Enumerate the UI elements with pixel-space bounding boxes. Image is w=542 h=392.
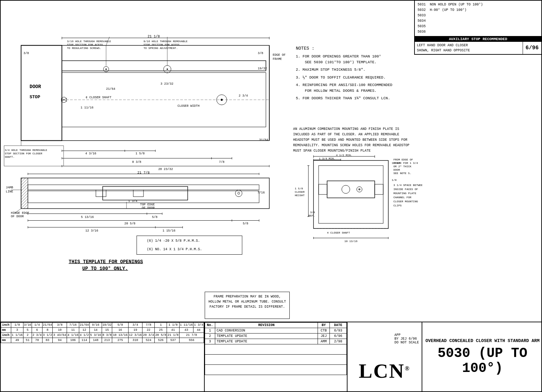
model-number-list: 503150325033503450355036 bbox=[418, 2, 426, 35]
svg-rect-116 bbox=[327, 181, 375, 198]
svg-text:9/16  HOLE THROUGH REMOVABLE: 9/16 HOLE THROUGH REMOVABLE bbox=[143, 40, 188, 43]
svg-text:STOP SECTION FOR CLOSER: STOP SECTION FOR CLOSER bbox=[5, 152, 43, 155]
svg-text:REF.: REF. bbox=[308, 214, 315, 217]
svg-text:5/8: 5/8 bbox=[243, 222, 248, 225]
description-text: AN ALUMINUM COMBINATION MOUNTING AND FIN… bbox=[293, 126, 414, 154]
svg-text:TO SPRING ADJUSTMENT.: TO SPRING ADJUSTMENT. bbox=[143, 47, 178, 50]
svg-text:3/4  HOLE THROUGH REMOVABLE: 3/4 HOLE THROUGH REMOVABLE bbox=[5, 149, 47, 152]
svg-text:3  23/32: 3 23/32 bbox=[160, 82, 173, 86]
svg-text:21  1/8: 21 1/8 bbox=[148, 35, 160, 38]
svg-rect-69 bbox=[28, 185, 259, 190]
lcn-logo-area: APP BY JEJ 6/96 DO NOT SCALE LCN® bbox=[348, 322, 422, 392]
hold-open-notes: NON HOLD OPEN (UP TO 100°) H-90° (UP TO … bbox=[430, 2, 483, 35]
svg-text:7/8: 7/8 bbox=[219, 160, 224, 164]
svg-text:¢ CLOSER SHAFT: ¢ CLOSER SHAFT bbox=[327, 231, 350, 234]
svg-point-119 bbox=[358, 188, 360, 190]
svg-text:4 1/2 MIN.: 4 1/2 MIN. bbox=[336, 154, 352, 157]
revision-table: No. REVISION BY DATE 1 CAD CONVERSION CT… bbox=[205, 322, 347, 375]
top-right-info-box: 503150325033503450355036 NON HOLD OPEN (… bbox=[414, 1, 541, 55]
svg-point-14 bbox=[167, 69, 168, 70]
svg-text:1 11/16: 1 11/16 bbox=[81, 106, 94, 109]
dim-table: inch 1/8 3/16 1/4 21/64 3/8 7/16 21/64 9… bbox=[1, 322, 204, 343]
svg-text:SEE NOTE 5.: SEE NOTE 5. bbox=[393, 172, 411, 175]
template-title-1: THIS TEMPLATE FOR OPENINGS bbox=[69, 259, 143, 265]
app-info: APP BY JEJ 6/96 DO NOT SCALE bbox=[394, 333, 419, 344]
svg-text:JAMB: JAMB bbox=[6, 186, 13, 189]
svg-text:7/16: 7/16 bbox=[257, 191, 265, 194]
product-title-area: OVERHEAD CONCEALED CLOSER WITH STANDARD … bbox=[422, 322, 542, 392]
svg-point-16 bbox=[221, 99, 223, 101]
svg-text:CLOSER MOUNTING: CLOSER MOUNTING bbox=[393, 200, 418, 203]
svg-text:19/32: 19/32 bbox=[258, 67, 267, 70]
svg-text:STOP SECTION FOR ACESS: STOP SECTION FOR ACESS bbox=[143, 43, 180, 46]
svg-text:3/4: 3/4 bbox=[310, 211, 315, 214]
svg-rect-115 bbox=[319, 166, 383, 223]
svg-text:DOOR: DOOR bbox=[30, 84, 41, 89]
main-container: 503150325033503450355036 NON HOLD OPEN (… bbox=[0, 0, 542, 392]
note-5: 5. FOR DOORS THICKER THAN 1¾″ CONSULT LC… bbox=[296, 96, 416, 101]
svg-text:31/64: 31/64 bbox=[259, 138, 268, 142]
dimension-table-area: inch 1/8 3/16 1/4 21/64 3/8 7/16 21/64 9… bbox=[1, 322, 205, 392]
svg-text:CLOSER WIDTH: CLOSER WIDTH bbox=[177, 104, 200, 108]
svg-text:STOP SECTION FOR ACESS: STOP SECTION FOR ACESS bbox=[67, 43, 103, 46]
svg-rect-121 bbox=[375, 184, 383, 194]
svg-text:INSIDE FACES OF: INSIDE FACES OF bbox=[393, 188, 418, 191]
svg-text:3 1/4 SPACE BETWEEN: 3 1/4 SPACE BETWEEN bbox=[393, 184, 422, 187]
svg-text:5/8: 5/8 bbox=[152, 216, 157, 219]
svg-text:HINGE EDGE: HINGE EDGE bbox=[11, 211, 29, 215]
bottom-title-block: inch 1/8 3/16 1/4 21/64 3/8 7/16 21/64 9… bbox=[1, 322, 542, 391]
notes-header: NOTES : bbox=[296, 46, 416, 51]
svg-point-12 bbox=[105, 69, 107, 70]
svg-text:1  5/8: 1 5/8 bbox=[135, 152, 145, 155]
aux-stop-label: AUXILIARY STOP RECOMMENDED bbox=[415, 36, 541, 42]
frame-prep-box: FRAME PREPARATION MAY BE IN WOOD, HOLLOW… bbox=[205, 292, 290, 319]
svg-text:STOP: STOP bbox=[30, 95, 40, 100]
svg-text:1 3/4 MIN.: 1 3/4 MIN. bbox=[319, 157, 335, 160]
svg-text:12  3/16: 12 3/16 bbox=[85, 229, 98, 233]
svg-rect-4 bbox=[21, 46, 62, 141]
svg-text:OR 2" THICK: OR 2" THICK bbox=[393, 165, 411, 168]
svg-text:1  15/16: 1 15/16 bbox=[163, 229, 175, 233]
revision-row: 3 TEMPLATE UPDATE AMM 2/98 bbox=[205, 339, 347, 344]
product-name: OVERHEAD CONCEALED CLOSER WITH STANDARD … bbox=[425, 338, 539, 343]
svg-text:SHAFT.: SHAFT. bbox=[5, 155, 15, 158]
svg-text:2  3/4: 2 3/4 bbox=[239, 94, 248, 98]
revision-table-area: No. REVISION BY DATE 1 CAD CONVERSION CT… bbox=[205, 322, 348, 392]
svg-text:5  13/16: 5 13/16 bbox=[81, 216, 94, 219]
svg-point-73 bbox=[238, 192, 240, 194]
hand-info-text: LEFT HAND DOOR AND CLOSER SHOWN, RIGHT H… bbox=[415, 42, 472, 54]
revision-row: 1 CAD CONVERSION CTB 6/93 bbox=[205, 328, 347, 334]
note-3: 3. ⅓″ DOOR TO SOFFIT CLEARANCE REQUIRED. bbox=[296, 75, 416, 81]
template-title-2: UP TO 100° ONLY. bbox=[82, 266, 128, 271]
svg-text:FROM EDGE OF: FROM EDGE OF bbox=[393, 158, 413, 161]
svg-text:1  3/4: 1 3/4 bbox=[128, 200, 137, 203]
svg-text:10 13/16: 10 13/16 bbox=[344, 240, 358, 243]
svg-text:21/64: 21/64 bbox=[106, 87, 115, 91]
model-numbers: 503150325033503450355036 NON HOLD OPEN (… bbox=[415, 1, 541, 36]
svg-text:CHANNEL FOR: CHANNEL FOR bbox=[393, 196, 411, 199]
note-2: 2. MAXIMUM STOP THICKNESS 5⁄8″. bbox=[296, 67, 416, 73]
svg-rect-74 bbox=[21, 178, 28, 209]
svg-text:OF DOOR: OF DOOR bbox=[142, 206, 155, 210]
svg-text:DOOR: DOOR bbox=[393, 168, 400, 171]
svg-text:FRAME: FRAME bbox=[273, 57, 282, 61]
svg-text:3/16  HOLE THROUGH REMOVABLE: 3/16 HOLE THROUGH REMOVABLE bbox=[67, 40, 111, 43]
svg-text:TO REGULATING SCREWS.: TO REGULATING SCREWS. bbox=[67, 47, 101, 50]
svg-text:OF DOOR: OF DOOR bbox=[11, 215, 24, 218]
svg-text:3/8: 3/8 bbox=[23, 52, 29, 55]
svg-text:¢ CLOSER SHAFT: ¢ CLOSER SHAFT bbox=[86, 96, 112, 99]
svg-text:8  3/8: 8 3/8 bbox=[132, 160, 141, 164]
svg-text:MOUNTING PLATE: MOUNTING PLATE bbox=[393, 192, 416, 195]
svg-text:3/8: 3/8 bbox=[258, 52, 263, 55]
svg-text:HEIGHT: HEIGHT bbox=[295, 194, 305, 197]
model-number-large: 5030 (UP TO 100°) bbox=[425, 346, 540, 376]
svg-rect-7 bbox=[62, 61, 266, 71]
svg-point-117 bbox=[342, 185, 350, 193]
svg-rect-0 bbox=[21, 46, 269, 141]
note-1: 1. FOR DOOR OPENINGS GREATER THAN 100° S… bbox=[296, 54, 416, 65]
svg-text:1 5/8: 1 5/8 bbox=[295, 187, 303, 190]
notes-section: NOTES : 1. FOR DOOR OPENINGS GREATER THA… bbox=[293, 43, 419, 106]
revision-row: 2 TEMPLATE UPDATE JEJ 6/96 bbox=[205, 334, 347, 339]
lcn-logo: LCN® bbox=[359, 361, 410, 381]
svg-text:CLOSER: CLOSER bbox=[295, 190, 305, 193]
